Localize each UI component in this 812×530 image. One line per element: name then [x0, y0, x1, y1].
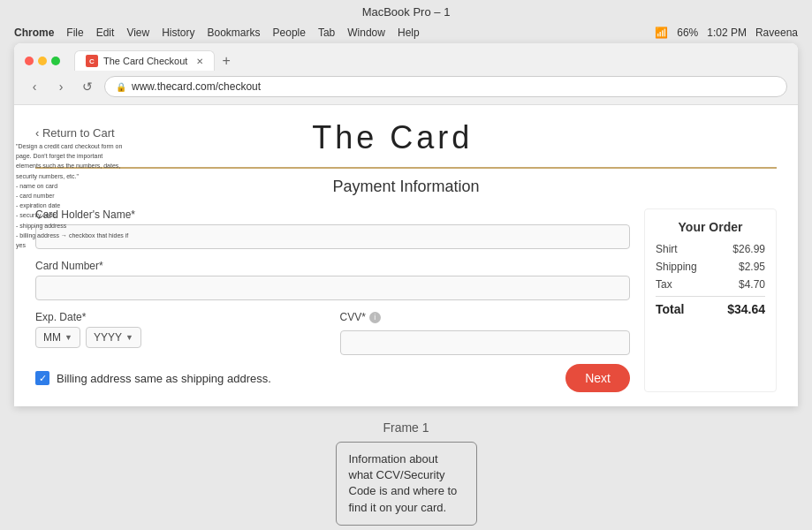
cardnumber-group: Card Number*	[35, 260, 630, 300]
shirt-value: $26.99	[732, 243, 765, 255]
back-link[interactable]: ‹ Return to Cart	[35, 126, 115, 140]
order-divider	[656, 296, 765, 297]
menu-file[interactable]: File	[66, 26, 83, 39]
next-button[interactable]: Next	[565, 364, 630, 392]
shirt-label: Shirt	[656, 243, 678, 255]
year-placeholder: YYYY	[94, 331, 122, 344]
menu-people[interactable]: People	[273, 26, 306, 39]
order-summary: Your Order Shirt $26.99 Shipping $2.95 T…	[644, 208, 777, 392]
section-title: Payment Information	[35, 178, 777, 196]
billing-checkbox[interactable]: ✓	[35, 371, 49, 385]
menu-help[interactable]: Help	[398, 26, 420, 39]
order-total-row: Total $34.64	[656, 302, 765, 316]
mac-title: MacBook Pro – 1	[362, 5, 451, 19]
order-item-shirt: Shirt $26.99	[656, 243, 765, 255]
year-chevron-icon: ▼	[125, 333, 133, 342]
tax-value: $4.70	[739, 278, 765, 291]
billing-label: Billing address same as shipping address…	[57, 372, 558, 385]
cvv-label-row: CVV* i	[340, 311, 631, 323]
menu-tab[interactable]: Tab	[318, 26, 335, 39]
date-section: Exp. Date* MM ▼ YYYY ▼	[35, 311, 326, 348]
refresh-btn[interactable]: ↺	[78, 77, 97, 96]
url-text: www.thecard.com/checkout	[132, 80, 261, 93]
cvv-section: CVV* i	[340, 311, 631, 355]
minimize-window-btn[interactable]	[38, 57, 47, 65]
mac-menu-bar: Chrome File Edit View History Bookmarks …	[0, 24, 812, 42]
frame-box: Information about what CCV/Security Code…	[336, 442, 477, 526]
page-content: ‹ Return to Cart The Card Payment Inform…	[14, 105, 798, 406]
wifi-icon: 📶	[655, 26, 668, 39]
checkbox-checkmark: ✓	[39, 373, 47, 384]
cardnumber-input[interactable]	[35, 276, 630, 300]
menu-view[interactable]: View	[126, 26, 149, 39]
page-header: ‹ Return to Cart The Card	[35, 119, 777, 160]
form-and-order: Card Holder's Name* Card Number* Exp. Da…	[35, 208, 777, 392]
menu-chrome[interactable]: Chrome	[14, 26, 54, 39]
month-placeholder: MM	[43, 331, 61, 344]
total-value: $34.64	[727, 302, 765, 316]
cvv-label: CVV*	[340, 311, 366, 323]
battery-level: 66%	[677, 26, 698, 39]
mac-status-bar: 📶 66% 1:02 PM Raveena	[655, 26, 798, 39]
menu-window[interactable]: Window	[347, 26, 385, 39]
cvv-input[interactable]	[340, 330, 631, 355]
order-item-shipping: Shipping $2.95	[656, 261, 765, 273]
new-tab-btn[interactable]: +	[218, 53, 233, 69]
title-underline	[35, 167, 777, 169]
traffic-lights	[25, 57, 60, 65]
menu-bookmarks[interactable]: Bookmarks	[208, 26, 261, 39]
frame-section: Frame 1 Information about what CCV/Secur…	[14, 420, 798, 526]
menu-edit[interactable]: Edit	[96, 26, 115, 39]
date-cvv-row: Exp. Date* MM ▼ YYYY ▼	[35, 311, 630, 355]
shipping-label: Shipping	[656, 261, 697, 273]
browser-chrome: C The Card Checkout ✕ + ‹ › ↺ 🔒 www.thec…	[14, 43, 798, 105]
browser-top: C The Card Checkout ✕ +	[25, 50, 787, 71]
total-label: Total	[656, 302, 684, 316]
mac-title-bar: MacBook Pro – 1	[0, 0, 812, 24]
tax-label: Tax	[656, 278, 672, 291]
month-select[interactable]: MM ▼	[35, 327, 80, 348]
maximize-window-btn[interactable]	[51, 57, 60, 65]
username: Raveena	[755, 26, 798, 39]
order-item-tax: Tax $4.70	[656, 278, 765, 291]
browser-nav: ‹ › ↺ 🔒 www.thecard.com/checkout	[25, 76, 787, 97]
tab-bar: C The Card Checkout ✕ +	[74, 50, 234, 71]
frame-title: Frame 1	[383, 420, 429, 435]
frame-description: Information about what CCV/Security Code…	[349, 452, 458, 514]
lock-icon: 🔒	[116, 82, 126, 92]
close-window-btn[interactable]	[25, 57, 34, 65]
billing-row: ✓ Billing address same as shipping addre…	[35, 364, 630, 392]
tab-label: The Card Checkout	[103, 56, 187, 66]
site-title: The Card	[115, 119, 671, 156]
address-bar[interactable]: 🔒 www.thecard.com/checkout	[104, 76, 787, 97]
forward-btn[interactable]: ›	[51, 77, 71, 96]
shipping-value: $2.95	[739, 261, 765, 273]
date-fields: MM ▼ YYYY ▼	[35, 327, 326, 348]
year-select[interactable]: YYYY ▼	[86, 327, 141, 348]
cvv-info-icon[interactable]: i	[369, 312, 381, 323]
tab-favicon: C	[86, 55, 98, 67]
clock: 1:02 PM	[707, 26, 747, 39]
menu-history[interactable]: History	[162, 26, 194, 39]
cardnumber-label: Card Number*	[35, 260, 630, 272]
back-btn[interactable]: ‹	[25, 77, 44, 96]
expdate-label: Exp. Date*	[35, 311, 326, 323]
tab-close-btn[interactable]: ✕	[196, 57, 203, 66]
order-title: Your Order	[656, 220, 765, 234]
month-chevron-icon: ▼	[65, 333, 72, 342]
browser-window: C The Card Checkout ✕ + ‹ › ↺ 🔒 www.thec…	[14, 43, 798, 406]
active-tab[interactable]: C The Card Checkout ✕	[74, 50, 215, 71]
